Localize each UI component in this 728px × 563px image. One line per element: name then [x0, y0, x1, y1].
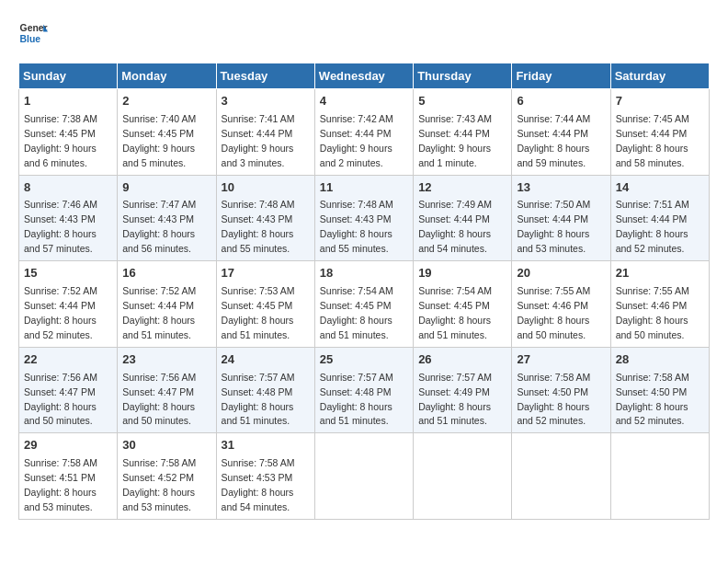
day-sunrise: Sunrise: 7:57 AMSunset: 4:49 PMDaylight:… [418, 372, 492, 427]
day-sunrise: Sunrise: 7:44 AMSunset: 4:44 PMDaylight:… [517, 113, 590, 168]
day-number: 14 [616, 179, 704, 197]
day-number: 11 [320, 179, 408, 197]
day-sunrise: Sunrise: 7:55 AMSunset: 4:46 PMDaylight:… [517, 285, 590, 340]
day-sunrise: Sunrise: 7:56 AMSunset: 4:47 PMDaylight:… [122, 372, 196, 427]
calendar-day-24: 24 Sunrise: 7:57 AMSunset: 4:48 PMDaylig… [216, 347, 314, 433]
day-number: 16 [122, 265, 210, 282]
day-sunrise: Sunrise: 7:57 AMSunset: 4:48 PMDaylight:… [222, 372, 295, 427]
day-sunrise: Sunrise: 7:42 AMSunset: 4:44 PMDaylight:… [320, 113, 393, 168]
weekday-header-saturday: Saturday [610, 63, 709, 89]
day-number: 22 [24, 351, 112, 369]
day-sunrise: Sunrise: 7:58 AMSunset: 4:53 PMDaylight:… [222, 457, 295, 512]
calendar-week-row: 29 Sunrise: 7:58 AMSunset: 4:51 PMDaylig… [19, 433, 710, 520]
calendar-day-2: 2 Sunrise: 7:40 AMSunset: 4:45 PMDayligh… [118, 89, 216, 176]
day-sunrise: Sunrise: 7:52 AMSunset: 4:44 PMDaylight:… [24, 285, 97, 340]
calendar-day-23: 23 Sunrise: 7:56 AMSunset: 4:47 PMDaylig… [118, 347, 216, 433]
day-sunrise: Sunrise: 7:47 AMSunset: 4:43 PMDaylight:… [122, 199, 196, 254]
day-sunrise: Sunrise: 7:52 AMSunset: 4:44 PMDaylight:… [122, 285, 196, 340]
day-number: 7 [616, 93, 704, 110]
day-number: 17 [222, 265, 310, 282]
svg-text:Blue: Blue [20, 34, 41, 44]
day-sunrise: Sunrise: 7:58 AMSunset: 4:50 PMDaylight:… [616, 372, 689, 427]
calendar-day-26: 26 Sunrise: 7:57 AMSunset: 4:49 PMDaylig… [414, 347, 512, 433]
day-number: 9 [122, 179, 210, 197]
calendar-day-5: 5 Sunrise: 7:43 AMSunset: 4:44 PMDayligh… [414, 89, 512, 176]
day-number: 1 [24, 93, 112, 110]
calendar-day-17: 17 Sunrise: 7:53 AMSunset: 4:45 PMDaylig… [216, 261, 314, 348]
day-number: 26 [418, 351, 506, 369]
calendar-empty-cell [314, 433, 413, 520]
calendar-day-20: 20 Sunrise: 7:55 AMSunset: 4:46 PMDaylig… [512, 261, 610, 348]
page-header: General Blue [18, 18, 710, 48]
calendar-empty-cell [610, 433, 709, 520]
day-sunrise: Sunrise: 7:54 AMSunset: 4:45 PMDaylight:… [320, 285, 393, 340]
day-sunrise: Sunrise: 7:43 AMSunset: 4:44 PMDaylight:… [418, 113, 492, 168]
day-number: 24 [222, 351, 310, 369]
day-sunrise: Sunrise: 7:57 AMSunset: 4:48 PMDaylight:… [320, 372, 393, 427]
calendar-day-4: 4 Sunrise: 7:42 AMSunset: 4:44 PMDayligh… [314, 89, 413, 176]
calendar-day-1: 1 Sunrise: 7:38 AMSunset: 4:45 PMDayligh… [19, 89, 118, 176]
calendar-table: SundayMondayTuesdayWednesdayThursdayFrid… [18, 63, 710, 520]
calendar-week-row: 1 Sunrise: 7:38 AMSunset: 4:45 PMDayligh… [19, 89, 710, 176]
calendar-day-6: 6 Sunrise: 7:44 AMSunset: 4:44 PMDayligh… [512, 89, 610, 176]
day-number: 6 [517, 93, 605, 110]
day-number: 13 [517, 179, 605, 197]
calendar-day-15: 15 Sunrise: 7:52 AMSunset: 4:44 PMDaylig… [19, 261, 118, 348]
day-number: 25 [320, 351, 408, 369]
day-sunrise: Sunrise: 7:45 AMSunset: 4:44 PMDaylight:… [616, 113, 689, 168]
calendar-day-11: 11 Sunrise: 7:48 AMSunset: 4:43 PMDaylig… [314, 175, 413, 261]
calendar-day-12: 12 Sunrise: 7:49 AMSunset: 4:44 PMDaylig… [414, 175, 512, 261]
day-number: 31 [222, 437, 310, 454]
day-number: 19 [418, 265, 506, 282]
calendar-day-25: 25 Sunrise: 7:57 AMSunset: 4:48 PMDaylig… [314, 347, 413, 433]
calendar-day-19: 19 Sunrise: 7:54 AMSunset: 4:45 PMDaylig… [414, 261, 512, 348]
calendar-week-row: 15 Sunrise: 7:52 AMSunset: 4:44 PMDaylig… [19, 261, 710, 348]
calendar-day-16: 16 Sunrise: 7:52 AMSunset: 4:44 PMDaylig… [118, 261, 216, 348]
calendar-day-8: 8 Sunrise: 7:46 AMSunset: 4:43 PMDayligh… [19, 175, 118, 261]
calendar-day-9: 9 Sunrise: 7:47 AMSunset: 4:43 PMDayligh… [118, 175, 216, 261]
logo: General Blue [18, 18, 48, 48]
day-sunrise: Sunrise: 7:53 AMSunset: 4:45 PMDaylight:… [222, 285, 295, 340]
day-number: 29 [24, 437, 112, 454]
weekday-header-sunday: Sunday [19, 63, 118, 89]
calendar-day-28: 28 Sunrise: 7:58 AMSunset: 4:50 PMDaylig… [610, 347, 709, 433]
day-number: 21 [616, 265, 704, 282]
day-number: 28 [616, 351, 704, 369]
calendar-day-13: 13 Sunrise: 7:50 AMSunset: 4:44 PMDaylig… [512, 175, 610, 261]
day-number: 8 [24, 179, 112, 197]
day-number: 3 [222, 93, 310, 110]
day-number: 20 [517, 265, 605, 282]
day-sunrise: Sunrise: 7:48 AMSunset: 4:43 PMDaylight:… [222, 199, 295, 254]
calendar-empty-cell [414, 433, 512, 520]
calendar-day-27: 27 Sunrise: 7:58 AMSunset: 4:50 PMDaylig… [512, 347, 610, 433]
day-sunrise: Sunrise: 7:51 AMSunset: 4:44 PMDaylight:… [616, 199, 689, 254]
day-number: 18 [320, 265, 408, 282]
day-number: 30 [122, 437, 210, 454]
weekday-header-tuesday: Tuesday [216, 63, 314, 89]
day-sunrise: Sunrise: 7:54 AMSunset: 4:45 PMDaylight:… [418, 285, 492, 340]
weekday-header-monday: Monday [118, 63, 216, 89]
day-number: 23 [122, 351, 210, 369]
calendar-week-row: 22 Sunrise: 7:56 AMSunset: 4:47 PMDaylig… [19, 347, 710, 433]
day-sunrise: Sunrise: 7:58 AMSunset: 4:52 PMDaylight:… [122, 457, 196, 512]
calendar-day-21: 21 Sunrise: 7:55 AMSunset: 4:46 PMDaylig… [610, 261, 709, 348]
calendar-day-14: 14 Sunrise: 7:51 AMSunset: 4:44 PMDaylig… [610, 175, 709, 261]
calendar-week-row: 8 Sunrise: 7:46 AMSunset: 4:43 PMDayligh… [19, 175, 710, 261]
day-number: 12 [418, 179, 506, 197]
calendar-day-31: 31 Sunrise: 7:58 AMSunset: 4:53 PMDaylig… [216, 433, 314, 520]
day-sunrise: Sunrise: 7:48 AMSunset: 4:43 PMDaylight:… [320, 199, 393, 254]
day-number: 10 [222, 179, 310, 197]
calendar-day-22: 22 Sunrise: 7:56 AMSunset: 4:47 PMDaylig… [19, 347, 118, 433]
day-number: 15 [24, 265, 112, 282]
day-number: 27 [517, 351, 605, 369]
weekday-header-thursday: Thursday [414, 63, 512, 89]
day-sunrise: Sunrise: 7:56 AMSunset: 4:47 PMDaylight:… [24, 372, 97, 427]
day-sunrise: Sunrise: 7:46 AMSunset: 4:43 PMDaylight:… [24, 199, 97, 254]
day-sunrise: Sunrise: 7:41 AMSunset: 4:44 PMDaylight:… [222, 113, 295, 168]
day-sunrise: Sunrise: 7:40 AMSunset: 4:45 PMDaylight:… [122, 113, 196, 168]
day-number: 2 [122, 93, 210, 110]
calendar-day-29: 29 Sunrise: 7:58 AMSunset: 4:51 PMDaylig… [19, 433, 118, 520]
day-sunrise: Sunrise: 7:58 AMSunset: 4:51 PMDaylight:… [24, 457, 97, 512]
day-number: 4 [320, 93, 408, 110]
calendar-day-7: 7 Sunrise: 7:45 AMSunset: 4:44 PMDayligh… [610, 89, 709, 176]
